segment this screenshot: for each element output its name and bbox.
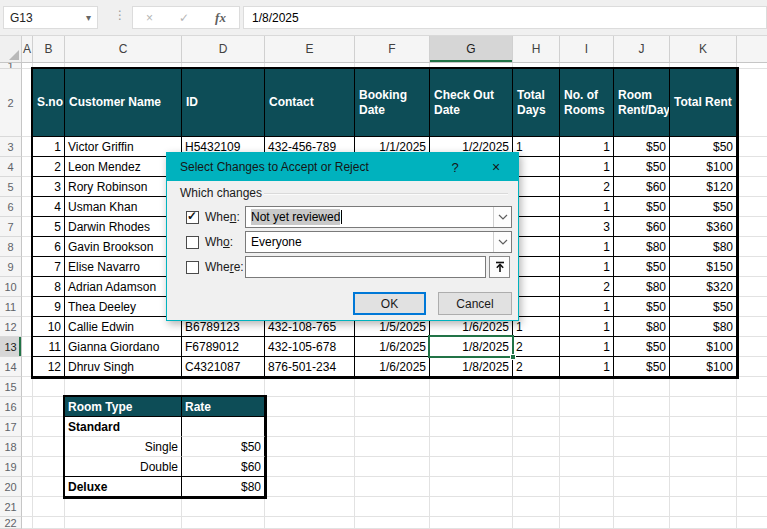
cell-H18[interactable] [513, 437, 560, 457]
cell-G17[interactable] [430, 417, 513, 437]
cell-filler[interactable] [737, 417, 767, 437]
cell-J9[interactable]: $50 [614, 257, 670, 277]
cell-B8[interactable]: 6 [33, 237, 65, 257]
cell-G2[interactable]: Check Out Date [430, 69, 513, 137]
cell-J15[interactable] [614, 377, 670, 397]
cell-H4[interactable] [513, 157, 560, 177]
cell-J20[interactable] [614, 477, 670, 497]
cancel-button[interactable]: Cancel [438, 292, 512, 315]
cell-E21[interactable] [265, 497, 355, 517]
cell-A17[interactable] [22, 417, 33, 437]
cell-G19[interactable] [430, 457, 513, 477]
cell-D15[interactable] [182, 377, 265, 397]
column-header-H[interactable]: H [513, 36, 560, 62]
cell-B19[interactable] [33, 457, 65, 477]
row-header-16[interactable]: 16 [0, 397, 22, 417]
cell-J13[interactable]: $50 [614, 337, 670, 357]
cell-filler[interactable] [737, 317, 767, 337]
where-checkbox[interactable] [186, 261, 199, 274]
cell-H2[interactable]: Total Days [513, 69, 560, 137]
cell-D2[interactable]: ID [182, 69, 265, 137]
cell-H16[interactable] [513, 397, 560, 417]
cell-E22[interactable] [265, 517, 355, 529]
who-checkbox[interactable] [186, 236, 199, 249]
cell-A9[interactable] [22, 257, 33, 277]
cell-B6[interactable]: 4 [33, 197, 65, 217]
cell-G16[interactable] [430, 397, 513, 417]
cell-H8[interactable] [513, 237, 560, 257]
cell-K5[interactable]: $120 [670, 177, 737, 197]
cell-B9[interactable]: 7 [33, 257, 65, 277]
cell-J21[interactable] [614, 497, 670, 517]
cell-filler[interactable] [737, 217, 767, 237]
cell-J4[interactable]: $50 [614, 157, 670, 177]
row-header-20[interactable]: 20 [0, 477, 22, 497]
cell-K21[interactable] [670, 497, 737, 517]
cell-E14[interactable]: 876-501-234 [265, 357, 355, 377]
cell-C3[interactable]: Victor Griffin [65, 137, 182, 157]
cell-A20[interactable] [22, 477, 33, 497]
column-header-I[interactable]: I [560, 36, 614, 62]
cell-C13[interactable]: Gianna Giordano [65, 337, 182, 357]
cell-I20[interactable] [560, 477, 614, 497]
cell-H12[interactable]: 1 [513, 317, 560, 337]
cell-H17[interactable] [513, 417, 560, 437]
cell-I7[interactable]: 3 [560, 217, 614, 237]
cell-A21[interactable] [22, 497, 33, 517]
column-header-A[interactable]: A [22, 36, 33, 62]
row-header-7[interactable]: 7 [0, 217, 22, 237]
when-checkbox[interactable]: ✓ [186, 211, 199, 224]
column-header-E[interactable]: E [265, 36, 355, 62]
cell-A14[interactable] [22, 357, 33, 377]
row-header-22[interactable]: 22 [0, 517, 22, 529]
cell-K16[interactable] [670, 397, 737, 417]
cell-I9[interactable]: 1 [560, 257, 614, 277]
cell-H13[interactable]: 2 [513, 337, 560, 357]
where-input[interactable] [245, 256, 486, 278]
cell-filler[interactable] [737, 277, 767, 297]
column-header-G[interactable]: G [430, 36, 513, 62]
help-icon[interactable]: ? [440, 153, 470, 181]
who-dropdown[interactable]: Everyone [245, 231, 512, 253]
cell-F21[interactable] [355, 497, 430, 517]
cell-I12[interactable]: 1 [560, 317, 614, 337]
column-header-J[interactable]: J [614, 36, 670, 62]
row-header-11[interactable]: 11 [0, 297, 22, 317]
cell-H14[interactable]: 2 [513, 357, 560, 377]
cell-B12[interactable]: 10 [33, 317, 65, 337]
cell-C19[interactable]: Double [65, 457, 182, 477]
cell-B3[interactable]: 1 [33, 137, 65, 157]
cell-B18[interactable] [33, 437, 65, 457]
cell-K10[interactable]: $320 [670, 277, 737, 297]
cell-G13[interactable]: 1/8/2025 [430, 337, 513, 357]
row-header-14[interactable]: 14 [0, 357, 22, 377]
cell-B11[interactable]: 9 [33, 297, 65, 317]
cell-K2[interactable]: Total Rent [670, 69, 737, 137]
cell-J7[interactable]: $60 [614, 217, 670, 237]
cell-filler[interactable] [737, 437, 767, 457]
cell-I17[interactable] [560, 417, 614, 437]
cell-H7[interactable] [513, 217, 560, 237]
cell-A2[interactable] [22, 69, 33, 137]
cell-H10[interactable] [513, 277, 560, 297]
cell-K8[interactable]: $80 [670, 237, 737, 257]
row-header-21[interactable]: 21 [0, 497, 22, 517]
cell-filler[interactable] [737, 237, 767, 257]
cell-J8[interactable]: $80 [614, 237, 670, 257]
cell-E15[interactable] [265, 377, 355, 397]
cell-C6[interactable]: Usman Khan [65, 197, 182, 217]
cell-E16[interactable] [265, 397, 355, 417]
row-header-15[interactable]: 15 [0, 377, 22, 397]
cell-filler[interactable] [737, 137, 767, 157]
cell-filler[interactable] [737, 257, 767, 277]
ok-button[interactable]: OK [353, 292, 426, 315]
cell-F17[interactable] [355, 417, 430, 437]
cell-K18[interactable] [670, 437, 737, 457]
cell-I13[interactable]: 1 [560, 337, 614, 357]
cell-G15[interactable] [430, 377, 513, 397]
cell-C7[interactable]: Darwin Rhodes [65, 217, 182, 237]
cell-D18[interactable]: $50 [182, 437, 265, 457]
cell-A15[interactable] [22, 377, 33, 397]
cell-C4[interactable]: Leon Mendez [65, 157, 182, 177]
cell-B10[interactable]: 8 [33, 277, 65, 297]
